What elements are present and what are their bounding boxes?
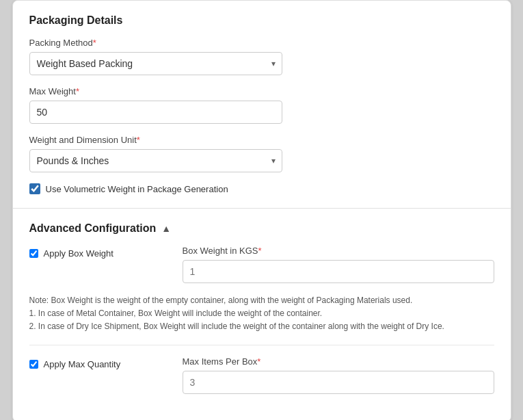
- apply-max-quantity-label[interactable]: Apply Max Quantity: [44, 359, 121, 369]
- packaging-title: Packaging Details: [29, 14, 494, 27]
- packing-method-label: Packing Method*: [29, 38, 494, 48]
- volumetric-weight-checkbox[interactable]: [29, 183, 40, 194]
- box-weight-note: Note: Box Weight is the weight of the em…: [29, 294, 494, 334]
- weight-unit-select-wrapper: Pounds & Inches Kilograms & Centimeters …: [29, 149, 282, 172]
- box-weight-kgs-field: Box Weight in KGS*: [183, 246, 494, 283]
- apply-box-weight-label[interactable]: Apply Box Weight: [44, 248, 113, 259]
- advanced-title: Advanced Configuration ▲: [29, 222, 494, 235]
- apply-max-quantity-checkbox[interactable]: [29, 360, 38, 369]
- weight-unit-field: Weight and Dimension Unit* Pounds & Inch…: [29, 135, 494, 172]
- packaging-section: Packaging Details Packing Method* Weight…: [13, 1, 511, 208]
- max-weight-field: Max Weight*: [29, 86, 494, 124]
- max-weight-label: Max Weight*: [29, 86, 494, 96]
- apply-max-quantity-left: Apply Max Quantity: [29, 356, 166, 369]
- max-items-per-box-input[interactable]: [183, 371, 494, 394]
- volumetric-weight-label[interactable]: Use Volumetric Weight in Package Generat…: [46, 184, 228, 194]
- apply-box-weight-left: Apply Box Weight: [29, 246, 166, 259]
- packaging-details-card: Packaging Details Packing Method* Weight…: [12, 0, 511, 420]
- packing-method-select-wrapper: Weight Based Packing Box Based Packing I…: [29, 52, 282, 75]
- advanced-chevron-up-icon[interactable]: ▲: [161, 223, 171, 234]
- advanced-inner-divider: [29, 345, 494, 345]
- advanced-section: Advanced Configuration ▲ Apply Box Weigh…: [13, 209, 511, 420]
- volumetric-weight-row: Use Volumetric Weight in Package Generat…: [29, 183, 494, 194]
- packing-method-field: Packing Method* Weight Based Packing Box…: [29, 38, 494, 75]
- apply-box-weight-row: Apply Box Weight Box Weight in KGS*: [29, 246, 494, 283]
- weight-unit-select[interactable]: Pounds & Inches Kilograms & Centimeters: [29, 149, 282, 172]
- weight-unit-label: Weight and Dimension Unit*: [29, 135, 494, 145]
- max-items-per-box-label: Max Items Per Box*: [183, 356, 494, 367]
- max-weight-input[interactable]: [29, 101, 282, 124]
- packing-method-select[interactable]: Weight Based Packing Box Based Packing I…: [29, 52, 282, 75]
- box-weight-kgs-input[interactable]: [183, 260, 494, 283]
- apply-max-quantity-row: Apply Max Quantity Max Items Per Box*: [29, 356, 494, 394]
- apply-box-weight-checkbox[interactable]: [29, 249, 38, 258]
- max-items-per-box-field: Max Items Per Box*: [183, 356, 494, 394]
- box-weight-kgs-label: Box Weight in KGS*: [183, 246, 494, 256]
